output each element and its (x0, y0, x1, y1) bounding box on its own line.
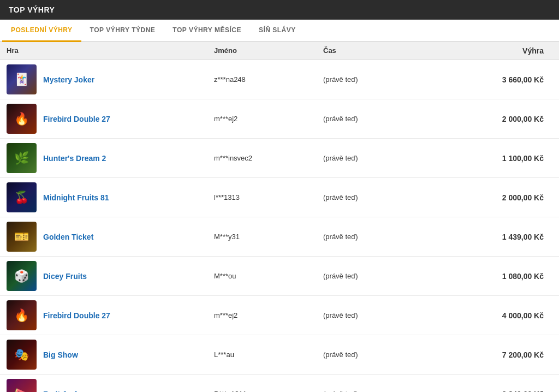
win-time: (právě teď) (323, 115, 432, 123)
game-thumbnail[interactable]: 🎲 (7, 261, 37, 291)
win-time: (právě teď) (323, 351, 432, 359)
win-amount: 1 100,00 Kč (432, 154, 552, 163)
player-name: M***ou (214, 272, 323, 280)
game-name-link[interactable]: Big Show (43, 351, 78, 359)
player-name: L***au (214, 351, 323, 359)
win-time: (právě teď) (323, 75, 432, 84)
table-row: 🍒 Midnight Fruits 81 l***1313 (právě teď… (0, 178, 559, 217)
tab-tydne[interactable]: TOP VÝHRY TÝDNE (81, 20, 164, 42)
player-name: m***ej2 (214, 311, 323, 319)
game-cell: 🔥 Firebird Double 27 (7, 104, 214, 134)
win-time: (právě teď) (323, 233, 432, 241)
player-name: m***ej2 (214, 115, 323, 123)
game-thumbnail[interactable]: 🃏 (7, 64, 37, 94)
table-row: 🔥 Firebird Double 27 m***ej2 (právě teď)… (0, 296, 559, 335)
game-thumbnail[interactable]: 🍒 (7, 182, 37, 212)
game-thumbnail[interactable]: 🌿 (7, 143, 37, 173)
game-cell: 🃏 Mystery Joker (7, 64, 214, 94)
header-time: Čas (323, 46, 432, 55)
player-name: M***y31 (214, 233, 323, 241)
tab-slavy[interactable]: SÍŇ SLÁVY (250, 20, 305, 42)
header-game: Hra (7, 46, 214, 55)
win-amount: 2 000,00 Kč (432, 115, 552, 123)
win-time: (právě teď) (323, 154, 432, 162)
game-thumbnail[interactable]: 🍉 (7, 379, 37, 392)
win-time: (právě teď) (323, 390, 432, 392)
top-bar: TOP VÝHRY (0, 0, 559, 20)
thumb-icon: 🎲 (7, 261, 37, 291)
win-amount: 4 000,00 Kč (432, 311, 552, 320)
game-name-link[interactable]: Hunter's Dream 2 (43, 154, 106, 163)
thumb-icon: 🔥 (7, 104, 37, 134)
player-name: m***insvec2 (214, 154, 323, 162)
win-time: (právě teď) (323, 272, 432, 280)
win-amount: 7 200,00 Kč (432, 351, 552, 359)
table-row: 🎭 Big Show L***au (právě teď) 7 200,00 K… (0, 335, 559, 375)
game-cell: 🌿 Hunter's Dream 2 (7, 143, 214, 173)
tab-posledni[interactable]: POSLEDNÍ VÝHRY (2, 20, 81, 42)
player-name: z***na248 (214, 75, 323, 84)
win-amount: 3 840,00 Kč (432, 390, 552, 393)
header-name: Jméno (214, 46, 323, 55)
win-amount: 2 000,00 Kč (432, 193, 552, 202)
player-name: P***n1311 (214, 390, 323, 392)
table-row: 🍉 Fruit Jack P***n1311 (právě teď) 3 840… (0, 375, 559, 392)
player-name: l***1313 (214, 193, 323, 201)
game-thumbnail[interactable]: 🔥 (7, 300, 37, 330)
game-name-link[interactable]: Firebird Double 27 (43, 311, 110, 320)
game-cell: 🍒 Midnight Fruits 81 (7, 182, 214, 212)
win-amount: 3 660,00 Kč (432, 75, 552, 84)
table-header: Hra Jméno Čas Výhra (0, 42, 559, 60)
table-container: Hra Jméno Čas Výhra 🃏 Mystery Joker z***… (0, 42, 559, 392)
thumb-icon: 🍉 (7, 379, 37, 392)
thumb-icon: 🃏 (7, 64, 37, 94)
thumb-icon: 🎭 (7, 340, 37, 370)
game-cell: 🎫 Golden Ticket (7, 222, 214, 252)
thumb-icon: 🎫 (7, 222, 37, 252)
game-name-link[interactable]: Mystery Joker (43, 75, 94, 84)
table-row: 🃏 Mystery Joker z***na248 (právě teď) 3 … (0, 60, 559, 99)
game-name-link[interactable]: Firebird Double 27 (43, 115, 110, 123)
game-cell: 🎭 Big Show (7, 340, 214, 370)
win-time: (právě teď) (323, 311, 432, 319)
top-bar-title: TOP VÝHRY (9, 5, 55, 14)
table-row: 🔥 Firebird Double 27 m***ej2 (právě teď)… (0, 99, 559, 139)
tab-mesice[interactable]: TOP VÝHRY MĚSÍCE (164, 20, 250, 42)
header-win: Výhra (432, 46, 552, 55)
win-time: (právě teď) (323, 193, 432, 201)
thumb-icon: 🌿 (7, 143, 37, 173)
thumb-icon: 🔥 (7, 300, 37, 330)
win-amount: 1 080,00 Kč (432, 272, 552, 281)
table-row: 🎲 Dicey Fruits M***ou (právě teď) 1 080,… (0, 257, 559, 296)
tabs-container: POSLEDNÍ VÝHRYTOP VÝHRY TÝDNETOP VÝHRY M… (0, 20, 559, 42)
game-cell: 🎲 Dicey Fruits (7, 261, 214, 291)
win-amount: 1 439,00 Kč (432, 233, 552, 241)
game-name-link[interactable]: Dicey Fruits (43, 272, 87, 281)
game-name-link[interactable]: Golden Ticket (43, 233, 93, 241)
game-name-link[interactable]: Midnight Fruits 81 (43, 193, 109, 202)
thumb-icon: 🍒 (7, 182, 37, 212)
game-cell: 🔥 Firebird Double 27 (7, 300, 214, 330)
table-row: 🎫 Golden Ticket M***y31 (právě teď) 1 43… (0, 217, 559, 257)
game-thumbnail[interactable]: 🎫 (7, 222, 37, 252)
game-cell: 🍉 Fruit Jack (7, 379, 214, 392)
game-thumbnail[interactable]: 🔥 (7, 104, 37, 134)
game-name-link[interactable]: Fruit Jack (43, 390, 79, 393)
table-row: 🌿 Hunter's Dream 2 m***insvec2 (právě te… (0, 139, 559, 178)
game-thumbnail[interactable]: 🎭 (7, 340, 37, 370)
